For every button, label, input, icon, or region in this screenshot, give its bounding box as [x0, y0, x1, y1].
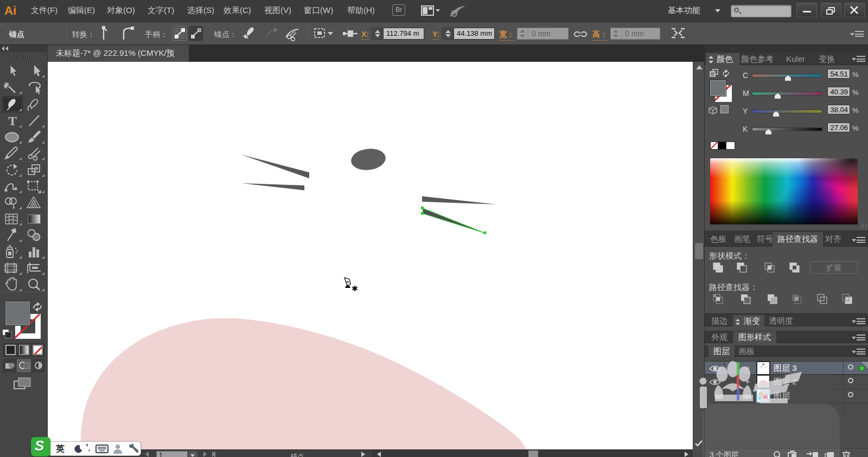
svg-text:T: T: [8, 114, 17, 128]
